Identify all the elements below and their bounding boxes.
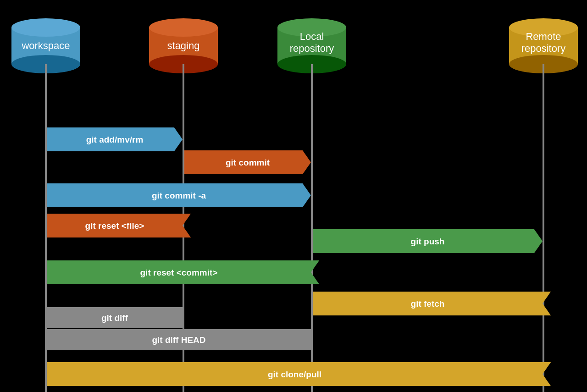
svg-text:git diff: git diff	[101, 313, 128, 323]
svg-marker-30	[313, 229, 543, 253]
svg-point-12	[277, 18, 346, 37]
svg-rect-0	[11, 28, 80, 64]
svg-marker-26	[47, 183, 311, 207]
svg-text:Remote: Remote	[526, 31, 561, 42]
svg-point-18	[509, 18, 578, 37]
svg-text:workspace: workspace	[21, 40, 70, 51]
svg-rect-10	[277, 28, 346, 64]
svg-marker-40	[47, 362, 551, 386]
svg-text:staging: staging	[167, 40, 200, 51]
svg-text:git commit -a: git commit -a	[152, 191, 206, 200]
svg-point-1	[11, 55, 80, 73]
git-workflow-diagram: workspacestagingLocalrepositoryRemoterep…	[0, 0, 587, 392]
svg-text:Local: Local	[300, 31, 324, 42]
svg-text:git commit: git commit	[226, 158, 270, 167]
svg-rect-36	[47, 307, 183, 328]
svg-point-6	[149, 55, 218, 73]
svg-text:repository: repository	[521, 43, 566, 54]
svg-text:git diff HEAD: git diff HEAD	[152, 335, 205, 345]
svg-point-17	[509, 55, 578, 73]
svg-rect-5	[149, 28, 218, 64]
svg-rect-16	[509, 28, 578, 64]
svg-rect-38	[47, 329, 311, 350]
svg-point-7	[149, 18, 218, 37]
svg-text:git clone/pull: git clone/pull	[268, 370, 321, 379]
svg-text:git reset <commit>: git reset <commit>	[140, 268, 218, 277]
svg-marker-22	[47, 127, 183, 151]
svg-text:git add/mv/rm: git add/mv/rm	[86, 135, 144, 144]
svg-text:git push: git push	[411, 237, 445, 246]
svg-text:repository: repository	[290, 43, 334, 54]
svg-marker-34	[313, 292, 551, 315]
svg-point-2	[11, 18, 80, 37]
svg-marker-32	[47, 260, 319, 284]
svg-marker-28	[47, 214, 191, 237]
svg-marker-24	[184, 150, 311, 174]
svg-text:git reset <file>: git reset <file>	[85, 221, 144, 231]
svg-point-11	[277, 55, 346, 73]
svg-text:git fetch: git fetch	[411, 299, 445, 309]
